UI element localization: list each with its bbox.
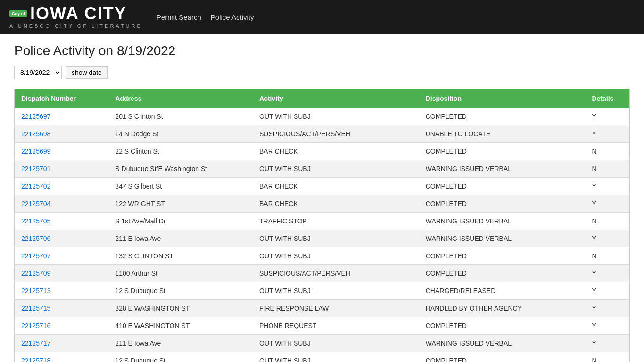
address-cell: S 1st Ave/Mall Dr	[108, 213, 253, 230]
dispatch-number-link[interactable]: 22125702	[21, 182, 50, 190]
nav-police-activity[interactable]: Police Activity	[211, 13, 254, 21]
dispatch-number-link[interactable]: 22125715	[21, 304, 50, 312]
activity-cell: OUT WITH SUBJ	[253, 352, 419, 362]
disposition-cell: COMPLETED	[419, 352, 586, 362]
dispatch-number-link[interactable]: 22125697	[21, 113, 50, 120]
disposition-cell: HANDLED BY OTHER AGENCY	[419, 300, 586, 317]
disposition-cell: COMPLETED	[419, 265, 586, 282]
dispatch-number-link[interactable]: 22125704	[21, 200, 50, 207]
dispatch-number-link[interactable]: 22125707	[21, 252, 50, 260]
details-cell: Y	[585, 195, 629, 213]
disposition-cell: COMPLETED	[419, 317, 586, 335]
address-cell: 1100 Arthur St	[108, 265, 253, 282]
activity-cell: SUSPICIOUS/ACT/PERS/VEH	[253, 265, 419, 282]
activity-cell: OUT WITH SUBJ	[253, 230, 419, 247]
disposition-cell: WARNING ISSUED VERBAL	[419, 213, 586, 230]
table-row: 2212571312 S Dubuque StOUT WITH SUBJCHAR…	[15, 282, 630, 300]
activity-cell: BAR CHECK	[253, 178, 419, 195]
disposition-cell: COMPLETED	[419, 143, 586, 160]
details-cell: Y	[585, 282, 629, 300]
col-header-dispatch: Dispatch Number	[15, 89, 109, 108]
disposition-cell: WARNING ISSUED VERBAL	[419, 230, 586, 247]
table-row: 2212569922 S Clinton StBAR CHECKCOMPLETE…	[15, 143, 630, 160]
address-cell: 14 N Dodge St	[108, 125, 253, 143]
city-badge: City of	[9, 10, 27, 17]
details-cell: N	[585, 213, 629, 230]
table-row: 22125702347 S Gilbert StBAR CHECKCOMPLET…	[15, 178, 630, 195]
details-cell: Y	[585, 265, 629, 282]
col-header-address: Address	[108, 89, 253, 108]
address-cell: 201 S Clinton St	[108, 108, 253, 125]
table-row: 22125705S 1st Ave/Mall DrTRAFFIC STOPWAR…	[15, 213, 630, 230]
address-cell: 122 WRIGHT ST	[108, 195, 253, 213]
col-header-details: Details	[585, 89, 629, 108]
address-cell: 132 S CLINTON ST	[108, 247, 253, 265]
address-cell: S Dubuque St/E Washington St	[108, 160, 253, 178]
disposition-cell: WARNING ISSUED VERBAL	[419, 335, 586, 352]
table-row: 22125707132 S CLINTON STOUT WITH SUBJCOM…	[15, 247, 630, 265]
activity-cell: OUT WITH SUBJ	[253, 282, 419, 300]
city-name: IOWA CITY	[30, 5, 127, 22]
address-cell: 211 E Iowa Ave	[108, 335, 253, 352]
dispatch-number-link[interactable]: 22125699	[21, 148, 50, 155]
dispatch-number-link[interactable]: 22125698	[21, 130, 50, 138]
details-cell: N	[585, 160, 629, 178]
activity-cell: FIRE RESPONSE LAW	[253, 300, 419, 317]
table-row: 22125704122 WRIGHT STBAR CHECKCOMPLETEDY	[15, 195, 630, 213]
details-cell: Y	[585, 230, 629, 247]
details-cell: N	[585, 247, 629, 265]
activity-cell: BAR CHECK	[253, 195, 419, 213]
table-row: 22125717211 E Iowa AveOUT WITH SUBJWARNI…	[15, 335, 630, 352]
show-date-button[interactable]: show date	[66, 66, 108, 79]
details-cell: Y	[585, 335, 629, 352]
activity-cell: OUT WITH SUBJ	[253, 247, 419, 265]
disposition-cell: CHARGED/RELEASED	[419, 282, 586, 300]
disposition-cell: COMPLETED	[419, 108, 586, 125]
details-cell: Y	[585, 125, 629, 143]
details-cell: Y	[585, 108, 629, 125]
address-cell: 22 S Clinton St	[108, 143, 253, 160]
address-cell: 328 E WASHINGTON ST	[108, 300, 253, 317]
page-title: Police Activity on 8/19/2022	[14, 43, 630, 58]
details-cell: Y	[585, 300, 629, 317]
main-content: Police Activity on 8/19/2022 8/19/2022 s…	[0, 34, 644, 362]
details-cell: N	[585, 143, 629, 160]
dispatch-number-link[interactable]: 22125717	[21, 339, 50, 347]
activity-cell: OUT WITH SUBJ	[253, 335, 419, 352]
dispatch-number-link[interactable]: 22125706	[21, 235, 50, 242]
city-subtitle: A UNESCO CITY OF LITERATURE	[9, 23, 142, 29]
address-cell: 211 E Iowa Ave	[108, 230, 253, 247]
col-header-disposition: Disposition	[419, 89, 586, 108]
table-row: 221257091100 Arthur StSUSPICIOUS/ACT/PER…	[15, 265, 630, 282]
nav-permit-search[interactable]: Permit Search	[157, 13, 201, 21]
logo-area: City of IOWA CITY A UNESCO CITY OF LITER…	[9, 5, 142, 29]
dispatch-number-link[interactable]: 22125705	[21, 217, 50, 225]
dispatch-number-link[interactable]: 22125718	[21, 357, 50, 362]
table-row: 2212569814 N Dodge StSUSPICIOUS/ACT/PERS…	[15, 125, 630, 143]
table-row: 22125697201 S Clinton StOUT WITH SUBJCOM…	[15, 108, 630, 125]
activity-cell: SUSPICIOUS/ACT/PERS/VEH	[253, 125, 419, 143]
date-controls: 8/19/2022 show date	[14, 66, 630, 79]
table-row: 22125701S Dubuque St/E Washington StOUT …	[15, 160, 630, 178]
disposition-cell: WARNING ISSUED VERBAL	[419, 160, 586, 178]
table-row: 2212571812 S Dubuque StOUT WITH SUBJCOMP…	[15, 352, 630, 362]
disposition-cell: COMPLETED	[419, 247, 586, 265]
activity-table: Dispatch Number Address Activity Disposi…	[14, 89, 630, 362]
date-select[interactable]: 8/19/2022	[14, 66, 62, 79]
address-cell: 12 S Dubuque St	[108, 352, 253, 362]
details-cell: Y	[585, 178, 629, 195]
dispatch-number-link[interactable]: 22125713	[21, 287, 50, 295]
dispatch-number-link[interactable]: 22125709	[21, 270, 50, 277]
details-cell: Y	[585, 317, 629, 335]
address-cell: 347 S Gilbert St	[108, 178, 253, 195]
dispatch-number-link[interactable]: 22125716	[21, 322, 50, 329]
address-cell: 12 S Dubuque St	[108, 282, 253, 300]
table-row: 22125716410 E WASHINGTON STPHONE REQUEST…	[15, 317, 630, 335]
activity-cell: PHONE REQUEST	[253, 317, 419, 335]
activity-cell: BAR CHECK	[253, 143, 419, 160]
disposition-cell: UNABLE TO LOCATE	[419, 125, 586, 143]
dispatch-number-link[interactable]: 22125701	[21, 165, 50, 173]
details-cell: N	[585, 352, 629, 362]
disposition-cell: COMPLETED	[419, 195, 586, 213]
table-row: 22125715328 E WASHINGTON STFIRE RESPONSE…	[15, 300, 630, 317]
